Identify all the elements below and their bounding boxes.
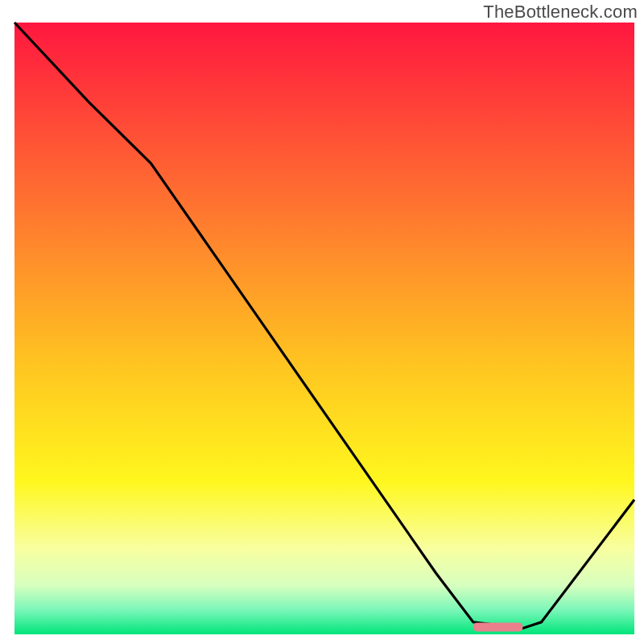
gradient-background bbox=[14, 23, 634, 634]
bottleneck-chart bbox=[0, 0, 644, 644]
optimal-marker bbox=[473, 622, 523, 631]
